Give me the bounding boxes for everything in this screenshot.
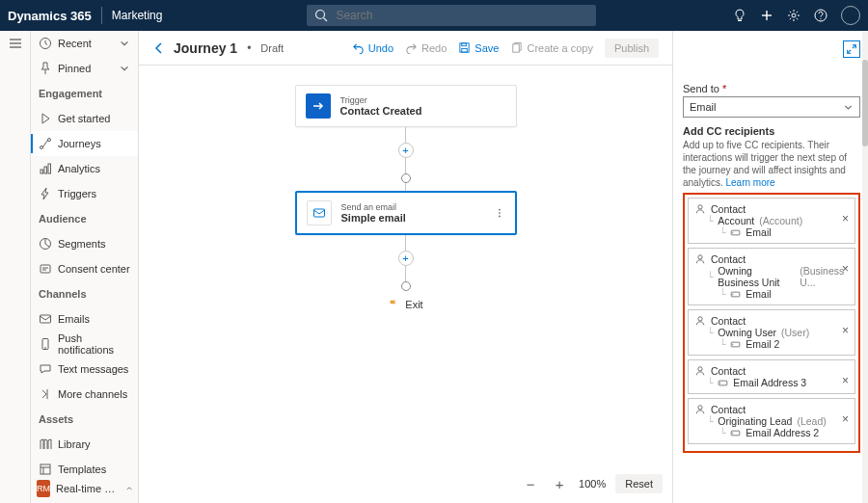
mail-icon [312,206,326,220]
nav-get-started[interactable]: Get started [31,106,138,131]
area-label: Real-time marketi... [56,483,120,494]
app-header: Dynamics 365 Marketing [0,0,868,31]
nav-recent-label: Recent [58,38,92,49]
flag-icon [388,299,399,310]
undo-icon [352,41,365,54]
quick-create-button[interactable] [760,9,773,22]
back-button[interactable] [152,41,166,55]
undo-button[interactable]: Undo [352,41,393,54]
nav-more-channels[interactable]: More channels [31,382,138,407]
cc-help-text: Add up to five CC recipients. Their inte… [683,139,860,189]
connector-node [401,281,411,291]
remove-cc-button[interactable]: × [842,324,849,337]
learn-more-link[interactable]: Learn more [725,177,774,188]
clock-icon [39,37,52,50]
nav-toggle[interactable] [9,37,22,50]
trigger-badge [306,93,331,119]
help-button[interactable] [814,9,827,22]
nav-recent[interactable]: Recent [31,31,138,56]
cc-recipient-card[interactable]: × Contact└Owning Business Unit (Business… [688,248,855,305]
header-divider [101,7,102,24]
cc-section-label: Add CC recipients [683,125,860,137]
journey-icon [39,137,52,150]
person-icon [694,315,706,327]
person-icon [694,365,706,377]
sendto-select[interactable]: Email [683,96,860,118]
brand-label: Dynamics 365 [8,9,92,23]
zoom-controls: − + 100% Reset [521,474,663,493]
nav-group-engagement: Engagement [31,81,138,106]
email-card[interactable]: Send an emailSimple email [295,191,517,235]
area-switcher[interactable]: RM Real-time marketi... [31,480,139,497]
zoom-in-button[interactable]: + [550,474,569,493]
cc-recipients-list: × Contact└Account (Account) └Email× Cont… [683,193,860,453]
chevron-down-icon [125,483,133,494]
sendto-label: Send to * [683,83,860,94]
nav-consent[interactable]: Consent center [31,256,138,281]
connector-node [401,173,411,183]
search-input[interactable] [334,8,588,23]
expand-icon [846,43,857,55]
remove-cc-button[interactable]: × [842,374,849,387]
cc-recipient-card[interactable]: × Contact└Originating Lead (Lead) └Email… [688,398,855,444]
global-search[interactable] [307,5,596,26]
journey-canvas[interactable]: TriggerContact Created + Send an emailSi… [139,66,672,503]
nav-pinned[interactable]: Pinned [31,56,138,81]
main-area: Journey 1 • Draft Undo Redo Save Create … [139,31,673,503]
consent-icon [39,262,52,276]
hamburger-icon [9,37,22,50]
nav-library[interactable]: Library [31,432,138,457]
nav-rail [0,31,31,503]
chat-icon [39,362,52,376]
publish-button[interactable]: Publish [605,39,659,58]
library-icon [39,437,52,451]
user-avatar[interactable] [841,6,860,25]
cc-recipient-card[interactable]: × Contact└Owning User (User) └Email 2 [688,309,855,356]
field-icon [730,227,741,238]
remove-cc-button[interactable]: × [842,212,849,225]
field-icon [718,378,728,388]
mail-icon [39,312,52,326]
nav-group-assets: Assets [31,407,138,432]
email-badge [307,200,332,225]
nav-journeys[interactable]: Journeys [31,131,138,156]
remove-cc-button[interactable]: × [842,262,849,276]
save-button[interactable]: Save [458,41,499,54]
card-more-button[interactable] [494,207,505,219]
nav-segments[interactable]: Segments [31,231,138,256]
help-icon [814,9,827,22]
nav-push[interactable]: Push notifications [31,331,138,357]
field-icon [730,289,741,300]
field-icon [730,428,741,438]
scrollbar[interactable] [862,31,868,503]
remove-cc-button[interactable]: × [842,412,849,426]
nav-analytics[interactable]: Analytics [31,156,138,181]
zoom-out-button[interactable]: − [521,474,540,493]
lightbulb-icon [733,9,746,22]
plus-icon [760,9,773,22]
analytics-icon [39,162,52,175]
nav-emails[interactable]: Emails [31,306,138,331]
person-icon [694,404,706,415]
copy-button[interactable]: Create a copy [510,41,592,54]
trigger-card[interactable]: TriggerContact Created [295,85,517,127]
person-icon [694,253,706,265]
settings-button[interactable] [787,9,800,22]
command-bar: Journey 1 • Draft Undo Redo Save Create … [139,31,672,66]
nav-templates[interactable]: Templates [31,457,138,482]
chevron-down-icon [119,63,130,74]
bolt-icon [39,187,52,200]
redo-button[interactable]: Redo [405,41,447,54]
cc-recipient-card[interactable]: × Contact└Account (Account) └Email [688,198,855,244]
zoom-reset-button[interactable]: Reset [615,474,663,493]
dots-icon [494,207,505,219]
insights-button[interactable] [733,9,746,22]
nav-text[interactable]: Text messages [31,357,138,382]
add-step-button[interactable]: + [398,251,414,266]
app-name: Marketing [112,9,163,22]
nav-triggers[interactable]: Triggers [31,181,138,206]
expand-panel-button[interactable] [843,40,860,58]
page-title: Journey 1 [174,40,237,56]
add-step-button[interactable]: + [398,143,414,158]
cc-recipient-card[interactable]: × Contact└Email Address 3 [688,359,855,394]
